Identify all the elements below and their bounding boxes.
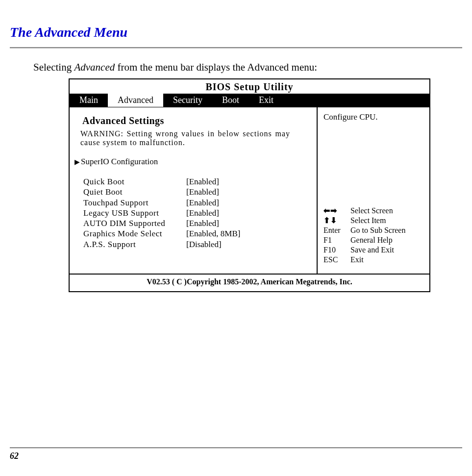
setting-value: [Enabled] [186, 198, 219, 208]
nav-desc: Go to Sub Screen [350, 225, 424, 235]
up-down-arrows-icon: ⬆⬇ [323, 216, 350, 225]
setting-value: [Enabled] [186, 208, 219, 218]
nav-key: ESC [323, 255, 350, 265]
warning-text: WARNING: Setting wrong values in below s… [80, 129, 310, 147]
setting-value: [Enabled] [186, 176, 219, 187]
left-right-arrows-icon: ⬅➡ [323, 206, 350, 216]
submenu-superio[interactable]: ▶SuperIO Configuration [75, 157, 310, 167]
setting-value: [Enabled] [186, 218, 219, 228]
bios-tab-boot[interactable]: Boot [212, 94, 249, 107]
setting-legacy-usb[interactable]: Legacy USB Support [Enabled] [83, 208, 310, 218]
nav-row: F10 Save and Exit [323, 245, 424, 255]
setting-label: Legacy USB Support [83, 208, 186, 218]
bios-screenshot: BIOS Setup Utility Main Advanced Securit… [69, 78, 430, 292]
setting-label: Quick Boot [83, 176, 186, 187]
setting-value: [Enabled] [186, 187, 219, 197]
bios-tab-main[interactable]: Main [70, 94, 108, 107]
bios-footer: V02.53 ( C )Copyright 1985-2002, America… [70, 274, 429, 291]
nav-help-list: ⬅➡ Select Screen ⬆⬇ Select Item Enter Go… [323, 206, 424, 269]
nav-row: ⬆⬇ Select Item [323, 216, 424, 225]
setting-graphics-mode[interactable]: Graphics Mode Select [Enabled, 8MB] [83, 228, 310, 239]
intro-prefix: Selecting [33, 61, 74, 73]
setting-label: AUTO DIM Supported [83, 218, 186, 228]
bios-tab-exit[interactable]: Exit [249, 94, 283, 107]
nav-key: F10 [323, 245, 350, 255]
warning-label: WARNING [80, 129, 121, 138]
bios-window-title: BIOS Setup Utility [70, 79, 429, 94]
page-title: The Advanced Menu [10, 25, 462, 40]
footer-divider [10, 448, 462, 448]
page-footer: 62 [10, 448, 462, 461]
nav-desc: Save and Exit [350, 245, 424, 255]
nav-row: F1 General Help [323, 235, 424, 245]
bios-tab-security[interactable]: Security [163, 94, 212, 107]
title-divider [10, 47, 462, 49]
nav-desc: Exit [350, 255, 424, 265]
nav-row: Enter Go to Sub Screen [323, 225, 424, 235]
bios-left-pane: Advanced Settings WARNING: Setting wrong… [70, 107, 317, 274]
setting-quiet-boot[interactable]: Quiet Boot [Enabled] [83, 187, 310, 197]
bios-tab-advanced[interactable]: Advanced [108, 94, 163, 107]
setting-label: Graphics Mode Select [83, 228, 186, 239]
intro-suffix: from the menu bar displays the Advanced … [115, 61, 317, 73]
setting-label: Quiet Boot [83, 187, 186, 197]
nav-desc: Select Item [350, 216, 424, 225]
nav-desc: General Help [350, 235, 424, 245]
triangle-right-icon: ▶ [75, 158, 80, 166]
setting-label: A.P.S. Support [83, 239, 186, 250]
nav-row: ⬅➡ Select Screen [323, 206, 424, 216]
setting-quick-boot[interactable]: Quick Boot [Enabled] [83, 176, 310, 187]
nav-key: Enter [323, 225, 350, 235]
intro-italic: Advanced [74, 61, 115, 73]
context-help-text: Configure CPU. [323, 112, 424, 122]
bios-body: Advanced Settings WARNING: Setting wrong… [70, 107, 429, 274]
setting-value: [Enabled, 8MB] [186, 228, 240, 239]
nav-key: F1 [323, 235, 350, 245]
bios-right-pane: Configure CPU. ⬅➡ Select Screen ⬆⬇ Selec… [317, 107, 429, 274]
submenu-label: SuperIO Configuration [81, 157, 158, 166]
nav-row: ESC Exit [323, 255, 424, 265]
setting-auto-dim[interactable]: AUTO DIM Supported [Enabled] [83, 218, 310, 228]
setting-value: [Disabled] [186, 239, 222, 250]
setting-aps-support[interactable]: A.P.S. Support [Disabled] [83, 239, 310, 250]
setting-touchpad-support[interactable]: Touchpad Support [Enabled] [83, 198, 310, 208]
section-heading: Advanced Settings [82, 115, 310, 126]
settings-list: Quick Boot [Enabled] Quiet Boot [Enabled… [83, 176, 310, 250]
nav-desc: Select Screen [350, 206, 424, 216]
intro-text: Selecting Advanced from the menu bar dis… [33, 61, 462, 74]
setting-label: Touchpad Support [83, 198, 186, 208]
bios-tab-bar: Main Advanced Security Boot Exit [70, 94, 429, 107]
page-number: 62 [10, 451, 462, 461]
